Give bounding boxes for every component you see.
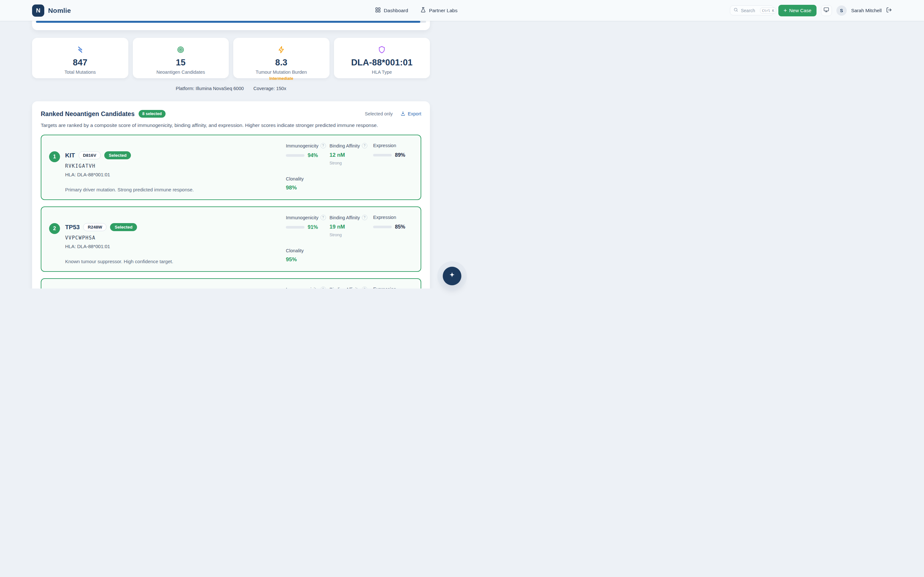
- candidate-note: Known tumour suppressor. High confidence…: [65, 259, 173, 264]
- progress-track: [286, 154, 304, 157]
- mutation-badge: R248W: [83, 223, 107, 231]
- brand-logo: N: [32, 5, 44, 17]
- stat-total-mutations: 847 Total Mutations: [32, 38, 128, 78]
- stat-label: Tumour Mutation Burden: [233, 69, 330, 75]
- help-icon[interactable]: ?: [362, 287, 367, 288]
- target-icon: [177, 49, 184, 55]
- export-button[interactable]: Export: [401, 111, 421, 117]
- selected-only-filter[interactable]: Selected only: [365, 111, 393, 116]
- progress-track: [373, 226, 392, 228]
- help-icon[interactable]: ?: [320, 215, 326, 220]
- zap-icon: [278, 49, 285, 55]
- panel-header-actions: Selected only Export: [365, 111, 421, 117]
- tmb-level-badge: Intermediate: [233, 76, 330, 81]
- metric-value: 95%: [286, 256, 330, 263]
- metric-label: Expression: [373, 215, 396, 220]
- nav-partner-labs-label: Partner Labs: [429, 8, 457, 13]
- binding-strength: Strong: [330, 161, 373, 165]
- stat-value: DLA-88*001:01: [334, 58, 430, 68]
- stat-value: 8.3: [233, 58, 330, 68]
- assistant-fab[interactable]: [443, 267, 461, 285]
- metric-label: Clonality: [286, 176, 304, 181]
- metric-value: 12 nM: [330, 152, 373, 158]
- metric-value: 19 nM: [330, 224, 373, 230]
- candidate-card-braf[interactable]: 3 BRAF V595E Selected LATEKSRWS HLA: DLA…: [41, 278, 421, 288]
- candidate-note: Primary driver mutation. Strong predicte…: [65, 187, 194, 192]
- metric-clonality: Clonality 95%: [286, 248, 330, 263]
- metric-label: Immunogenicity: [286, 215, 318, 220]
- stat-value: 847: [32, 58, 128, 68]
- candidate-card-kit[interactable]: 1 KIT D816V Selected RVKIGATVH HLA: DLA-…: [41, 135, 421, 200]
- selected-status-badge: Selected: [110, 223, 137, 231]
- metric-expression: Expression 85%: [373, 215, 413, 237]
- binding-strength: Strong: [330, 232, 373, 237]
- metric-clonality: Clonality 98%: [286, 176, 330, 191]
- metric-label: Immunogenicity: [286, 143, 318, 148]
- app-header: N Nomlie Dashboard Partner Labs: [0, 0, 462, 21]
- metric-value: 98%: [286, 185, 330, 191]
- candidate-metrics: Immunogenicity? 88% Binding Affinity? 24…: [286, 286, 413, 288]
- metric-label: Binding Affinity: [330, 215, 360, 220]
- stat-hla-type: DLA-88*001:01 HLA Type: [334, 38, 430, 78]
- metric-label: Immunogenicity: [286, 287, 318, 289]
- metric-value: 85%: [395, 224, 405, 230]
- gene-row: KIT D816V Selected: [65, 151, 194, 159]
- metric-expression: Expression 89%: [373, 143, 413, 165]
- hla-allele: HLA: DLA-88*001:01: [65, 243, 173, 249]
- flask-icon: [420, 7, 426, 14]
- metric-immunogenicity: Immunogenicity? 91%: [286, 215, 330, 237]
- stat-label: Neoantigen Candidates: [133, 69, 229, 75]
- panel-title: Ranked Neoantigen Candidates: [41, 110, 135, 118]
- selected-status-badge: Selected: [104, 151, 131, 159]
- stat-label: HLA Type: [334, 69, 430, 75]
- nav-partner-labs[interactable]: Partner Labs: [420, 7, 457, 14]
- sparkle-icon: [448, 271, 456, 281]
- candidate-card-tp53[interactable]: 2 TP53 R248W Selected VVPCWPHSA HLA: DLA…: [41, 206, 421, 272]
- gene-name: KIT: [65, 152, 75, 159]
- candidate-metrics: Immunogenicity? 94% Binding Affinity? 12…: [286, 142, 413, 192]
- metric-expression: Expression 82%: [373, 287, 413, 288]
- metric-immunogenicity: Immunogenicity? 94%: [286, 143, 330, 165]
- metric-immunogenicity: Immunogenicity? 88%: [286, 287, 330, 288]
- help-icon[interactable]: ?: [320, 143, 326, 148]
- metric-label: Clonality: [286, 248, 304, 253]
- nav-dashboard[interactable]: Dashboard: [375, 7, 408, 14]
- rank-badge: 2: [49, 223, 60, 234]
- help-icon[interactable]: ?: [320, 287, 326, 288]
- progress-track: [286, 226, 304, 229]
- metric-label: Binding Affinity: [330, 287, 360, 289]
- dna-icon: [76, 49, 84, 55]
- ranked-candidates-panel: Ranked Neoantigen Candidates 8 selected …: [32, 101, 430, 288]
- metric-binding-affinity: Binding Affinity? 19 nM Strong: [330, 215, 373, 237]
- panel-description: Targets are ranked by a composite score …: [41, 122, 421, 128]
- stat-value: 15: [133, 58, 229, 68]
- pipeline-progress-fill: [36, 21, 420, 23]
- gene-row: TP53 R248W Selected: [65, 223, 173, 231]
- stat-neoantigen-candidates: 15 Neoantigen Candidates: [133, 38, 229, 78]
- candidate-info: 1 KIT D816V Selected RVKIGATVH HLA: DLA-…: [49, 151, 194, 192]
- export-label: Export: [408, 111, 421, 116]
- stats-row: 847 Total Mutations 15 Neoantigen Candid…: [32, 38, 430, 78]
- panel-header: Ranked Neoantigen Candidates 8 selected …: [41, 110, 421, 118]
- platform-text: Platform: Illumina NovaSeq 6000: [176, 86, 244, 91]
- shield-icon: [378, 49, 386, 55]
- metric-value: 94%: [308, 153, 318, 158]
- pipeline-progress-track: [36, 21, 426, 23]
- mutation-badge: D816V: [79, 151, 101, 159]
- metric-value: 89%: [395, 152, 405, 158]
- metric-label: Binding Affinity: [330, 143, 360, 148]
- main-nav: Dashboard Partner Labs: [103, 7, 462, 14]
- peptide-sequence: RVKIGATVH: [65, 163, 194, 169]
- stat-label: Total Mutations: [32, 69, 128, 75]
- candidate-info: 2 TP53 R248W Selected VVPCWPHSA HLA: DLA…: [49, 223, 173, 264]
- candidate-metrics: Immunogenicity? 91% Binding Affinity? 19…: [286, 214, 413, 264]
- stat-tumour-mutation-burden: 8.3 Tumour Mutation Burden Intermediate: [233, 38, 330, 78]
- metric-label: Expression: [373, 287, 396, 288]
- main-content: 847 Total Mutations 15 Neoantigen Candid…: [32, 0, 430, 288]
- coverage-text: Coverage: 150x: [254, 86, 286, 91]
- brand-name: Nomlie: [48, 7, 71, 15]
- help-icon[interactable]: ?: [362, 215, 367, 220]
- metric-label: Expression: [373, 143, 396, 148]
- help-icon[interactable]: ?: [362, 143, 367, 148]
- sequencing-meta: Platform: Illumina NovaSeq 6000 Coverage…: [32, 86, 430, 91]
